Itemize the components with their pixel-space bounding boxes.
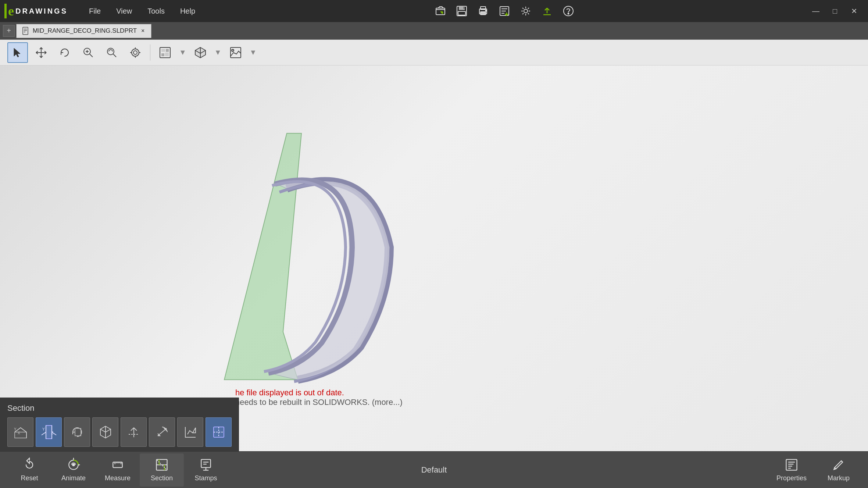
menu-file[interactable]: File [82,4,108,18]
tab-label: MID_RANGE_DECO_RING.SLDPRT [33,27,137,35]
background-dropdown-arrow[interactable]: ▼ [249,48,258,57]
section-panel-title: Section [7,403,232,413]
logo-area: e DRAWINGS [4,3,68,19]
svg-point-10 [524,9,528,13]
stamps-button[interactable]: Stamps [184,453,228,487]
main-canvas: he file displayed is out of date. needs … [0,65,868,451]
section-yx-button[interactable]: Y X [7,417,33,447]
menu-help[interactable]: Help [173,4,203,18]
file-tab[interactable]: MID_RANGE_DECO_RING.SLDPRT × [16,24,151,38]
svg-point-17 [133,51,137,54]
properties-button[interactable]: Properties [769,453,814,487]
svg-rect-13 [23,27,28,35]
svg-rect-3 [458,11,465,15]
save-button[interactable] [453,2,471,20]
svg-rect-22 [165,53,169,56]
menu-view[interactable]: View [109,4,139,18]
tab-bar: + MID_RANGE_DECO_RING.SLDPRT × [0,22,868,40]
model-svg [0,65,868,451]
section-panel: Section Y X Y Z [0,398,239,451]
background-button[interactable] [225,42,246,63]
svg-point-24 [232,49,234,51]
section-label: Section [151,474,173,482]
animate-label: Animate [61,474,86,482]
rotate-tool-button[interactable] [54,42,75,63]
zoom-fit-button[interactable] [101,42,122,63]
svg-rect-39 [786,459,797,470]
select-tool-button[interactable] [7,42,28,63]
menu-bar: File View Tools Help [82,4,203,18]
print-button[interactable] [474,2,492,20]
warning-message: he file displayed is out of date. needs … [235,388,403,407]
section-yz-button[interactable]: Y Z [36,417,62,447]
scene-button[interactable] [190,42,211,63]
warning-line1: he file displayed is out of date. [235,388,403,398]
svg-rect-31 [46,425,52,439]
svg-text:X: X [18,431,20,435]
svg-rect-4 [463,7,465,9]
logo-bar-icon [4,4,7,18]
svg-point-12 [568,13,569,14]
display-mode-dropdown-arrow[interactable]: ▼ [178,48,187,57]
svg-point-16 [132,49,139,56]
svg-rect-38 [201,459,210,467]
svg-rect-32 [75,428,81,436]
close-button[interactable]: ✕ [844,3,864,19]
logo-e-letter: e [8,3,14,19]
section-tilt-button[interactable] [149,417,175,447]
upload-button[interactable] [538,2,556,20]
edrawings-button[interactable] [496,2,513,20]
help-button[interactable] [560,2,577,20]
title-bar: e DRAWINGS File View Tools Help [0,0,868,22]
section-up-button[interactable] [121,417,147,447]
settings-button[interactable] [517,2,535,20]
measure-button[interactable]: Measure [96,453,140,487]
toolbar-row: ▼ ▼ ▼ [0,40,868,65]
titlebar-toolbar [432,2,577,20]
maximize-button[interactable]: □ [825,3,844,19]
move-tool-button[interactable] [31,42,51,63]
window-controls: — □ ✕ [806,3,864,19]
svg-rect-23 [231,47,241,58]
section-tools: Y X Y Z [7,417,232,447]
default-label: Default [421,465,447,475]
section-zone-button[interactable] [206,417,232,447]
add-tab-button[interactable]: + [3,25,15,37]
animate-button[interactable]: Animate [51,453,96,487]
reset-button[interactable]: Reset [7,453,51,487]
section-rotate-button[interactable] [64,417,90,447]
svg-rect-7 [481,12,486,15]
bottom-toolbar: Reset Animate Measure Section [0,451,868,488]
scene-dropdown-arrow[interactable]: ▼ [214,48,222,57]
svg-point-8 [486,10,487,11]
svg-point-15 [107,48,114,55]
toolbar-separator-1 [150,44,150,61]
zoom-area-button[interactable] [78,42,99,63]
svg-text:Y: Y [42,427,45,431]
tab-close-button[interactable]: × [140,27,146,35]
section-view-button[interactable] [177,417,203,447]
title-bar-left: e DRAWINGS File View Tools Help [4,3,203,19]
zoom-target-button[interactable] [125,42,146,63]
section-3d-button[interactable] [92,417,118,447]
svg-rect-20 [166,49,169,52]
section-bottom-button[interactable]: Section [140,453,184,487]
svg-marker-25 [224,133,301,380]
warning-line2: needs to be rebuilt in SOLIDWORKS. (more… [235,398,403,407]
logo-text: DRAWINGS [15,7,68,15]
markup-label: Markup [828,474,850,482]
minimize-button[interactable]: — [806,3,825,19]
reset-label: Reset [21,474,38,482]
display-mode-button[interactable] [155,42,175,63]
measure-label: Measure [105,474,131,482]
svg-rect-28 [15,432,26,438]
properties-label: Properties [776,474,807,482]
right-bottom-buttons: Properties Markup [769,453,861,487]
stamps-label: Stamps [194,474,217,482]
markup-button[interactable]: Markup [817,453,861,487]
svg-point-35 [72,464,74,466]
svg-rect-21 [161,53,164,56]
menu-tools[interactable]: Tools [140,4,172,18]
open-button[interactable] [432,2,449,20]
svg-rect-19 [161,49,165,52]
